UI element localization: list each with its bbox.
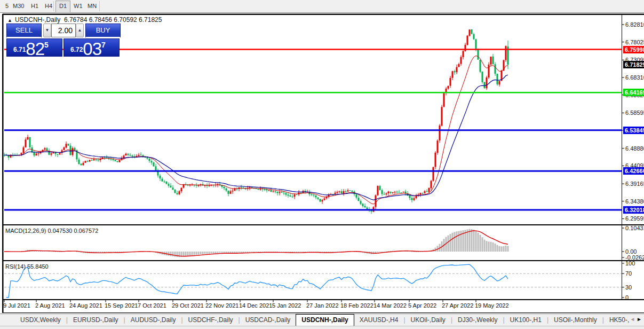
chevron-down-icon: ▼ <box>45 28 50 33</box>
price-level-badge[interactable]: 6.53845 <box>623 127 644 134</box>
price-axis-tick: 6.68310 <box>625 74 644 81</box>
status-strip <box>0 326 644 329</box>
tab-scroll-right-icon[interactable]: ► <box>637 316 642 322</box>
chart-title: ▲USDCNH-,Daily 6.76784 6.78456 6.70592 6… <box>7 16 162 24</box>
date-axis-label: 29 Oct 2021 <box>172 302 204 309</box>
price-level-badge[interactable]: 6.32018 <box>623 206 644 214</box>
rsi-name: RSI(14) <box>5 263 26 270</box>
date-axis-label: 27 Apr 2022 <box>442 302 473 309</box>
date-axis-label: 2 Aug 2021 <box>35 302 65 309</box>
sell-button[interactable]: SELL <box>6 24 42 38</box>
chart-tab-usdcaddaily[interactable]: USDCAD-,Daily <box>240 314 296 326</box>
date-axis-label: 27 Jan 2022 <box>306 302 339 309</box>
date-axis-label: 14 Dec 2021 <box>239 302 272 309</box>
date-axis-label: 22 Nov 2021 <box>205 302 238 309</box>
price-level-badge[interactable]: 6.64169 <box>623 89 644 96</box>
macd-indicator-label: MACD(12,26,9) 0.047530 0.067572 <box>5 228 98 234</box>
price-axis-tick: 6.48880 <box>625 145 644 152</box>
date-axis-label: 19 May 2022 <box>475 302 509 309</box>
date-axis-label: 18 Feb 2022 <box>340 302 373 309</box>
rsi-axis-tick: 0 <box>625 294 629 301</box>
buy-price-sup: 7 <box>101 41 106 49</box>
volume-increase-button[interactable]: ▲ <box>76 24 84 37</box>
date-axis-label: 5 Jan 2022 <box>272 302 301 309</box>
date-axis-label: 24 Aug 2021 <box>69 302 102 309</box>
date-axis-label: 7 Oct 2021 <box>138 302 166 309</box>
price-level-badge[interactable]: 6.42660 <box>623 167 644 175</box>
rsi-indicator-label: RSI(14) 55.8450 <box>5 263 49 270</box>
macd-axis-tick: 0.104313 <box>625 225 644 231</box>
rsi-value: 55.8450 <box>27 263 49 270</box>
chart-tab-usoilmonthly[interactable]: USOil-,Monthly <box>548 314 602 326</box>
macd-name: MACD(12,26,9) <box>5 228 46 234</box>
buy-price-big: 03 <box>83 39 101 57</box>
price-axis-tick: 6.58595 <box>625 109 644 116</box>
chart-tab-eurusddaily[interactable]: EURUSD-,Daily <box>68 314 124 326</box>
tab-scroll-buttons: ◄ ► <box>630 316 642 322</box>
chart-tab-uk100h1[interactable]: UK100-,H1 <box>505 314 547 326</box>
macd-main-value: 0.047530 <box>47 228 72 234</box>
buy-button[interactable]: BUY <box>85 24 121 38</box>
chevron-up-icon: ▲ <box>78 28 82 33</box>
one-click-trading-panel: SELL ▼ 2.00 ▲ BUY 6.71825 6.72037 <box>6 24 121 57</box>
collapse-arrow-icon[interactable]: ▲ <box>7 18 12 23</box>
price-axis-tick: 6.82810 <box>625 21 644 28</box>
rsi-axis-tick: 100 <box>625 260 635 267</box>
tab-scroll-left-icon[interactable]: ◄ <box>630 316 635 322</box>
chart-tab-audusddaily[interactable]: AUDUSD-,Daily <box>125 314 181 326</box>
chart-tab-ukoildaily[interactable]: UKOil-,Daily <box>406 314 451 326</box>
price-axis-tick: 6.34380 <box>625 198 644 205</box>
sell-price-small: 6.71 <box>13 46 26 53</box>
chart-tab-bar: USDX,Weekly|EURUSD-,Daily|AUDUSD-,Daily|… <box>0 314 644 326</box>
date-axis-label: 5 Apr 2022 <box>408 302 436 309</box>
volume-decrease-button[interactable]: ▼ <box>43 24 51 37</box>
rsi-axis-tick: 30 <box>625 284 632 291</box>
sell-price-display[interactable]: 6.71825 <box>6 38 62 57</box>
price-axis-tick: 6.39165 <box>625 181 644 187</box>
buy-price-display[interactable]: 6.72037 <box>63 38 120 57</box>
volume-control: ▼ 2.00 ▲ <box>43 24 84 38</box>
date-axis-label: 15 Sep 2021 <box>105 302 138 309</box>
mt4-window: 5M30H1H4D1W1MN ▲USDCNH-,Daily 6.76784 6.… <box>0 0 644 329</box>
rsi-axis-tick: 70 <box>625 270 632 277</box>
price-axis-tick: 6.78025 <box>625 39 644 45</box>
chart-tab-usdchfdaily[interactable]: USDCHF-,Daily <box>183 314 238 326</box>
macd-signal-value: 0.067572 <box>74 228 98 234</box>
chart-tab-xauusdh4[interactable]: XAUUSD-,H4 <box>354 314 404 326</box>
price-level-badge[interactable]: 6.75998 <box>623 46 644 53</box>
chart-tab-usdxweekly[interactable]: USDX,Weekly <box>15 314 66 326</box>
ohlc-values: 6.76784 6.78456 6.70592 6.71825 <box>64 16 162 24</box>
chart-tab-usdcnhdaily[interactable]: USDCNH-,Daily <box>296 314 354 326</box>
chart-tab-dj30weekly[interactable]: DJ30-,Weekly <box>452 314 503 326</box>
date-axis-label: 14 Mar 2022 <box>373 302 407 309</box>
buy-price-small: 6.72 <box>70 46 83 53</box>
volume-input[interactable]: 2.00 <box>51 24 76 37</box>
sell-price-sup: 5 <box>44 41 49 49</box>
date-axis-label: 9 Jul 2021 <box>3 302 30 309</box>
price-axis-tick: 6.29595 <box>625 215 644 222</box>
symbol-period-label: USDCNH-,Daily <box>15 16 60 24</box>
sell-price-big: 82 <box>26 39 44 57</box>
current-price-badge: 6.71825 <box>623 61 644 68</box>
